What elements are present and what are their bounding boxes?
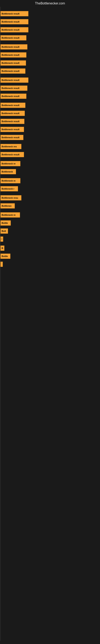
bar-rect: Bottleneck r [0,186,18,192]
bar-rect: Bottleneck re [0,161,20,166]
bar-rect: Bottle [0,220,11,226]
bar-label: Bottleneck res [1,145,17,148]
bar-rect: Bottleneck result [0,127,24,132]
bar-rect: Bottleneck result [0,86,27,91]
bar-rect: Bottleneck result [0,35,26,40]
bar-item: Bottleneck re [0,161,20,166]
bar-rect: Bottleneck result [0,94,26,99]
bar-item: Bottleneck result [0,68,25,74]
bar-rect: Bottleneck re [0,178,20,183]
bar-label: Bottleneck result [1,20,19,23]
bar-item: Bottleneck result [0,102,25,108]
bar-label: Bottleneck result [1,104,19,106]
bar-item: Bottleneck result [0,11,28,16]
bar-item: Bottleneck result [0,60,26,66]
bar-item: Bottle [0,220,11,226]
bar-label: Bottleneck r [1,188,14,190]
bar-rect: Bottleneck result [0,60,26,66]
bar-label: Bottle [1,255,8,258]
bar-item: Bottleneck re [0,212,20,218]
bar-rect: Bottleneck result [0,111,25,116]
bar-label: B [1,238,2,240]
bar-item: Bottleneck result [0,27,28,32]
bar-label: Bottleneck result [1,128,19,130]
bar-rect: Bott [0,228,8,234]
bar-label: Bottleneck result [1,28,19,31]
bar-item: Bottleneck resu [0,195,21,201]
bar-item: B [0,262,3,267]
bar-label: Bottleneck result [1,112,19,114]
bar-label: Bottleneck result [1,46,19,48]
bar-rect: Bottlenec [0,203,15,208]
bar-label: Bott [1,230,6,232]
bar-item: Bottleneck result [0,44,27,50]
bar-rect: Bottleneck result [0,68,25,74]
bar-item: Bo [0,245,4,251]
site-title: TheBottlenecker.com [0,0,100,7]
bar-label: Bottleneck result [1,120,19,122]
bar-rect: Bottleneck result [0,27,28,32]
bar-item: B [0,236,3,242]
bar-item: Bottleneck result [0,126,24,132]
bar-rect: Bo [0,246,4,251]
bar-label: Bottleneck result [1,62,19,64]
bar-item: Bottleneck res [0,144,21,149]
chart-area: Bottleneck resultBottleneck resultBottle… [0,7,100,641]
bar-item: Bottleneck result [0,94,26,99]
bar-rect: Bottleneck res [0,144,21,149]
site-header: TheBottlenecker.com [0,0,100,7]
bar-rect: Bottleneck result [0,152,24,157]
bar-item: Bottleneck result [0,52,26,58]
bar-label: Bottleneck result [1,12,19,15]
bar-item: Bottleneck [0,169,16,174]
bar-item: Bottleneck result [0,152,24,158]
bar-label: Bottle [1,222,8,224]
bar-rect: Bottleneck result [0,119,24,124]
bar-label: Bottleneck result [1,79,19,81]
bar-rect: Bottleneck result [0,103,25,108]
bar-rect: Bottleneck resu [0,195,21,200]
bar-label: Bottlenec [1,205,12,207]
bar-rect: Bottle [0,254,10,259]
bar-label: Bo [1,247,3,249]
bar-rect: Bottleneck result [0,52,26,58]
bar-label: Bottleneck result [1,70,19,72]
bar-label: Bottleneck result [1,87,19,89]
bar-rect: Bottleneck result [0,19,28,24]
bar-item: Bottlenec [0,203,15,209]
bar-rect: B [0,262,3,267]
bar-item: Bottle [0,253,10,259]
bar-item: Bottleneck result [0,19,28,24]
bar-label: Bottleneck re [1,162,16,165]
bar-item: Bottleneck result [0,110,25,116]
bar-item: Bottleneck result [0,118,24,124]
bar-rect: B [0,236,3,242]
bar-label: Bottleneck [1,170,13,173]
bar-rect: Bottleneck re [0,212,20,218]
bar-item: Bottleneck result [0,35,26,41]
bar-rect: Bottleneck [0,169,16,174]
bar-label: Bottleneck resu [1,196,18,199]
bar-rect: Bottleneck result [0,78,28,83]
bar-label: Bottleneck re [1,180,16,182]
bar-rect: Bottleneck result [0,11,28,16]
bar-item: Bottleneck result [0,85,27,91]
bar-label: Bottleneck re [1,214,16,216]
bar-item: Bottleneck result [0,135,23,140]
bar-rect: Bottleneck result [0,44,27,50]
bar-label: Bottleneck result [1,153,19,156]
bar-item: Bottleneck re [0,178,20,184]
bar-label: Bottleneck result [1,54,19,56]
bar-item: Bottleneck result [0,77,28,83]
bar-rect: Bottleneck result [0,135,23,140]
bar-label: Bottleneck result [1,37,19,39]
bar-item: Bott [0,228,8,234]
bar-label: Bottleneck result [1,95,19,98]
bar-item: Bottleneck r [0,186,18,192]
bar-label: Bottleneck result [1,136,19,139]
